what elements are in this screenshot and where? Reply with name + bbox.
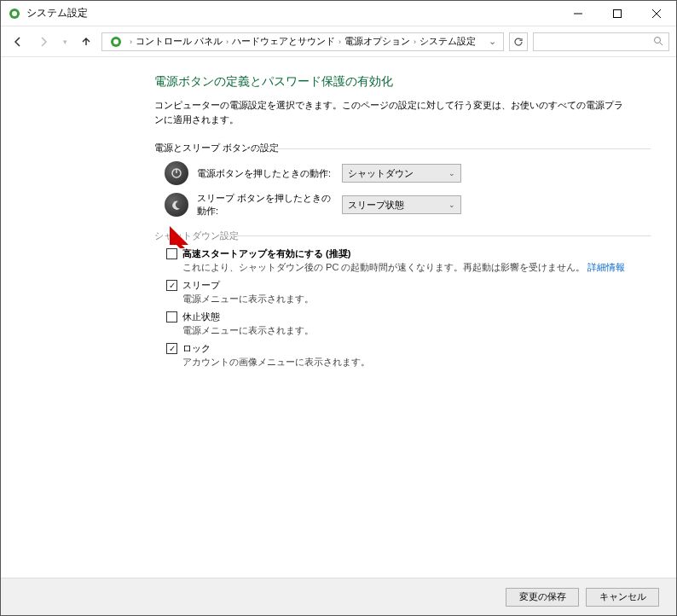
window-title: システム設定 bbox=[26, 6, 558, 20]
titlebar: システム設定 bbox=[1, 1, 676, 26]
back-button[interactable] bbox=[8, 32, 28, 52]
chevron-down-icon[interactable]: ⌄ bbox=[485, 36, 500, 47]
close-button[interactable] bbox=[637, 1, 676, 26]
maximize-button[interactable] bbox=[598, 1, 637, 26]
footer: 変更の保存 キャンセル bbox=[1, 578, 676, 615]
sleep-button-label: スリープ ボタンを押したときの動作: bbox=[197, 192, 333, 218]
chevron-right-icon: › bbox=[130, 38, 132, 46]
shutdown-group-label: シャットダウン設定 bbox=[154, 230, 676, 242]
svg-point-7 bbox=[113, 39, 119, 44]
chevron-down-icon: ⌄ bbox=[448, 169, 455, 177]
hibernate-option: 休止状態 電源メニューに表示されます。 bbox=[166, 311, 676, 337]
fast-startup-description: これにより、シャットダウン後の PC の起動時間が速くなります。再起動は影響を受… bbox=[182, 261, 676, 274]
breadcrumb-item[interactable]: 電源オプション bbox=[344, 35, 410, 48]
hibernate-description: 電源メニューに表示されます。 bbox=[182, 324, 676, 337]
power-sleep-group-label: 電源とスリープ ボタンの設定 bbox=[154, 142, 676, 154]
chevron-right-icon: › bbox=[226, 38, 229, 46]
cancel-button[interactable]: キャンセル bbox=[586, 588, 659, 607]
refresh-button[interactable] bbox=[509, 32, 528, 51]
svg-point-8 bbox=[655, 37, 661, 43]
lock-option: ロック アカウントの画像メニューに表示されます。 bbox=[166, 342, 676, 369]
sleep-button-action-select[interactable]: スリープ状態 ⌄ bbox=[342, 195, 461, 214]
save-button[interactable]: 変更の保存 bbox=[506, 588, 579, 607]
forward-button[interactable] bbox=[33, 32, 54, 52]
hibernate-checkbox[interactable] bbox=[166, 311, 177, 323]
page-description: コンピューターの電源設定を選択できます。このページの設定に対して行う変更は、お使… bbox=[154, 98, 632, 126]
sleep-checkbox[interactable] bbox=[166, 280, 177, 291]
fast-startup-details-link[interactable]: 詳細情報 bbox=[587, 262, 625, 272]
svg-line-9 bbox=[660, 43, 663, 45]
chevron-down-icon: ⌄ bbox=[448, 200, 455, 209]
search-icon bbox=[653, 36, 663, 48]
breadcrumb-item[interactable]: システム設定 bbox=[420, 35, 476, 48]
fast-startup-title: 高速スタートアップを有効にする (推奨) bbox=[182, 247, 350, 260]
power-button-label: 電源ボタンを押したときの動作: bbox=[197, 167, 333, 180]
up-button[interactable] bbox=[76, 32, 96, 52]
recent-button[interactable]: ▾ bbox=[59, 32, 71, 52]
shutdown-settings-group: シャットダウン設定 高速スタートアップを有効にする (推奨) これにより、シャッ… bbox=[154, 230, 676, 369]
hibernate-title: 休止状態 bbox=[182, 311, 220, 323]
power-button-action-select[interactable]: シャットダウン ⌄ bbox=[342, 164, 461, 183]
lock-title: ロック bbox=[182, 342, 211, 355]
breadcrumb-item[interactable]: コントロール パネル bbox=[136, 35, 223, 48]
lock-checkbox[interactable] bbox=[166, 343, 177, 354]
navbar: ▾ › コントロール パネル › ハードウェアとサウンド › 電源オプション ›… bbox=[1, 26, 676, 57]
sleep-button-row: スリープ ボタンを押したときの動作: スリープ状態 ⌄ bbox=[165, 192, 676, 218]
app-icon bbox=[8, 7, 21, 20]
svg-rect-3 bbox=[614, 9, 622, 17]
breadcrumb-item[interactable]: ハードウェアとサウンド bbox=[232, 35, 335, 48]
fast-startup-option: 高速スタートアップを有効にする (推奨) これにより、シャットダウン後の PC … bbox=[166, 247, 676, 274]
minimize-button[interactable] bbox=[558, 1, 598, 26]
power-button-row: 電源ボタンを押したときの動作: シャットダウン ⌄ bbox=[165, 161, 676, 185]
lock-description: アカウントの画像メニューに表示されます。 bbox=[182, 356, 676, 369]
power-options-icon bbox=[109, 35, 123, 49]
svg-point-1 bbox=[12, 11, 17, 16]
red-arrow-annotation bbox=[166, 224, 192, 252]
svg-marker-12 bbox=[170, 226, 188, 248]
content-area: 電源ボタンの定義とパスワード保護の有効化 コンピューターの電源設定を選択できます… bbox=[1, 57, 676, 578]
sleep-icon bbox=[165, 193, 188, 217]
breadcrumb[interactable]: › コントロール パネル › ハードウェアとサウンド › 電源オプション › シ… bbox=[101, 32, 504, 51]
page-heading: 電源ボタンの定義とパスワード保護の有効化 bbox=[154, 74, 676, 90]
system-settings-window: システム設定 ▾ › コントロール パネル › ハードウェアとサウンド › 電源… bbox=[0, 0, 677, 616]
sleep-option: スリープ 電源メニューに表示されます。 bbox=[166, 279, 676, 305]
sleep-title: スリープ bbox=[182, 279, 220, 292]
chevron-right-icon: › bbox=[338, 38, 341, 46]
search-input[interactable] bbox=[533, 32, 669, 51]
sleep-description: 電源メニューに表示されます。 bbox=[182, 293, 676, 305]
power-icon bbox=[165, 161, 188, 185]
chevron-right-icon: › bbox=[414, 38, 416, 46]
